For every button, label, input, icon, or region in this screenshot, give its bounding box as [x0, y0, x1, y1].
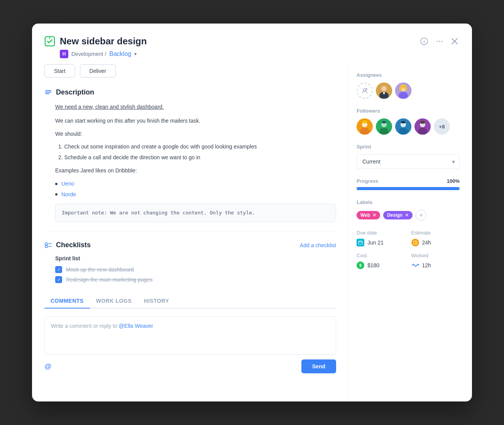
main-content: Start Deliver Description We need a new,…	[32, 64, 348, 401]
due-date-value: Jun 21	[357, 239, 405, 246]
followers-more-badge[interactable]: +8	[434, 118, 450, 135]
worked-value: 12h	[411, 261, 460, 269]
svg-point-28	[399, 86, 402, 91]
svg-point-5	[439, 41, 440, 42]
sprint-select-wrapper: Current Next Backlog ▾	[357, 154, 460, 169]
tabs-row: COMMENTS WORK LOGS HISTORY	[44, 294, 336, 309]
svg-point-33	[362, 120, 367, 123]
sprint-section: Sprint Current Next Backlog ▾	[357, 144, 460, 169]
description-section: Description We need a new, clean and sty…	[44, 88, 336, 222]
checklist-text-2: Redesign the main marketing pages	[66, 277, 152, 283]
labels-row: Web ✕ Design ✕ +	[357, 210, 460, 221]
svg-point-4	[437, 41, 438, 42]
estimate-value: 24h	[411, 239, 460, 246]
breadcrumb-path: Development /	[71, 51, 106, 57]
bullet-dot-1	[55, 183, 58, 185]
estimate-label: Estimate	[411, 230, 460, 236]
modal-top-actions	[419, 36, 460, 47]
cost-label: Cost	[357, 253, 405, 258]
description-list-1: 1. Check out some inspiration and create…	[58, 142, 336, 152]
checkbox-1[interactable]: ✓	[55, 266, 62, 273]
follower-avatar-3	[395, 118, 411, 135]
label-design: Design ✕	[383, 211, 413, 219]
cost-section: Cost $ $180	[357, 253, 405, 269]
description-we-should: We should:	[55, 130, 336, 139]
mention-button[interactable]: @	[44, 363, 51, 371]
assignees-section: Assignees	[357, 72, 460, 99]
send-button[interactable]: Send	[301, 359, 336, 373]
add-label-button[interactable]: +	[416, 210, 426, 221]
checklist-sprint-name: Sprint list	[55, 255, 336, 261]
close-button[interactable]	[450, 36, 460, 46]
description-link-ueno[interactable]: Ueno	[55, 179, 336, 189]
title-row: New sidebar design	[44, 36, 419, 47]
svg-rect-46	[359, 241, 362, 245]
due-date-label: Due date	[357, 230, 405, 236]
svg-point-20	[381, 86, 387, 91]
progress-label: Progress	[357, 178, 378, 184]
checklist-items: ✓ Mock up the new dashboard ✓ Redesign t…	[55, 266, 336, 283]
svg-point-37	[382, 121, 386, 123]
labels-section: Labels Web ✕ Design ✕ +	[357, 199, 460, 221]
label-design-remove[interactable]: ✕	[405, 212, 409, 218]
wave-icon	[411, 261, 419, 269]
add-checklist-button[interactable]: Add a checklist	[300, 242, 336, 248]
start-button[interactable]: Start	[44, 64, 75, 78]
clock-icon	[411, 239, 419, 246]
breadcrumb: H Development / Backlog ▾	[60, 50, 419, 58]
modal-body: Start Deliver Description We need a new,…	[32, 64, 472, 401]
breadcrumb-dropdown-icon[interactable]: ▾	[134, 51, 137, 57]
progress-section: Progress 100%	[357, 178, 460, 190]
label-web-remove[interactable]: ✕	[372, 212, 376, 218]
progress-row: Progress 100%	[357, 178, 460, 184]
more-options-button[interactable]	[434, 36, 445, 47]
info-button[interactable]	[419, 36, 430, 47]
checklists-header: Checklists Add a checklist	[44, 241, 336, 249]
breadcrumb-link[interactable]: Backlog	[109, 51, 131, 57]
follower-avatar-4	[414, 118, 431, 135]
sprint-select[interactable]: Current Next Backlog	[357, 154, 460, 169]
add-assignee-button[interactable]	[357, 83, 373, 99]
comment-footer: @ Send	[44, 359, 336, 373]
checkbox-2[interactable]: ✓	[55, 276, 62, 283]
svg-point-6	[441, 41, 443, 42]
code-block: Important note: We are not changing the …	[55, 204, 336, 222]
description-link-norde[interactable]: Norde	[55, 190, 336, 199]
checklists-title-row: Checklists	[44, 241, 91, 249]
followers-label: Followers	[357, 108, 460, 114]
title-area: New sidebar design H Development / Backl…	[44, 36, 419, 58]
labels-label: Labels	[357, 199, 460, 205]
modal-title: New sidebar design	[60, 36, 147, 47]
description-underline: We need a new, clean and stylish dashboa…	[55, 103, 336, 112]
tab-comments[interactable]: COMMENTS	[44, 294, 90, 309]
description-header: Description	[44, 88, 336, 96]
h-badge: H	[60, 50, 68, 58]
followers-section: Followers	[357, 108, 460, 135]
svg-point-41	[401, 121, 406, 123]
check-icon	[44, 36, 55, 47]
estimate-section: Estimate 24h	[411, 230, 460, 246]
assignees-row	[357, 83, 460, 99]
meta-grid-bottom: Cost $ $180 Worked 12h	[357, 253, 460, 269]
assignees-label: Assignees	[357, 72, 460, 78]
checklists-title: Checklists	[56, 241, 91, 249]
tab-worklogs[interactable]: WORK LOGS	[90, 294, 138, 309]
svg-point-2	[424, 40, 425, 40]
follower-avatar-1	[357, 118, 373, 135]
checklist-text-1: Mock up the new dashboard	[66, 266, 134, 273]
description-examples: Examples Jared likes on Dribbble:	[55, 166, 336, 175]
deliver-button[interactable]: Deliver	[80, 64, 116, 78]
tabs-section: COMMENTS WORK LOGS HISTORY Write a comme…	[44, 294, 336, 373]
svg-rect-14	[45, 246, 47, 248]
right-sidebar: Assignees	[348, 64, 472, 401]
tab-history[interactable]: HISTORY	[138, 294, 175, 309]
comment-placeholder: Write a comment or reply to @Ella Weaver	[51, 323, 153, 329]
progress-value: 100%	[447, 178, 460, 184]
dollar-icon: $	[357, 261, 364, 269]
worked-label: Worked	[411, 253, 460, 258]
comment-input-area[interactable]: Write a comment or reply to @Ella Weaver	[44, 316, 336, 355]
svg-point-16	[364, 89, 366, 91]
svg-point-45	[420, 121, 425, 124]
description-body: We need a new, clean and stylish dashboa…	[55, 103, 336, 222]
checklists-icon	[44, 241, 52, 249]
